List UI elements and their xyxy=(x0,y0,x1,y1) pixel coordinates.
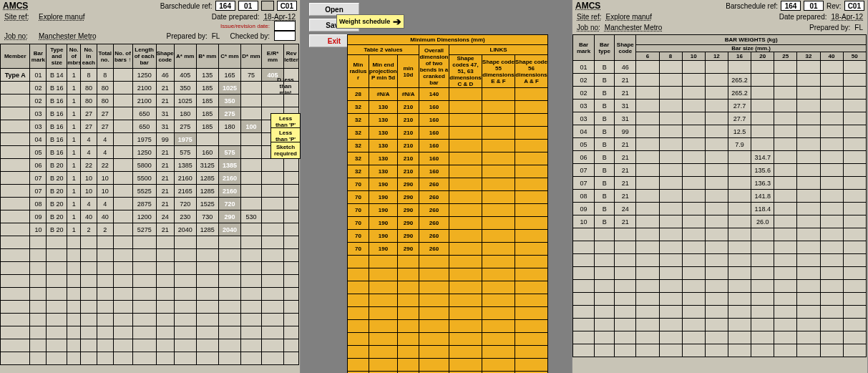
table-row[interactable] xyxy=(1,275,299,288)
table-row: 32130210160 xyxy=(348,152,548,165)
table-row[interactable]: 07B21136.3 xyxy=(573,177,867,190)
left-title: AMCS xyxy=(3,1,28,11)
min-dim-table: Minimum Dimensions (mm) Table 2 values O… xyxy=(347,34,548,373)
table-row[interactable]: 06B21314.7 xyxy=(573,151,867,164)
table-row: 70190290260 xyxy=(348,178,548,191)
table-row[interactable]: 07B21135.6 xyxy=(573,164,867,177)
table-row[interactable]: 03B3127.7 xyxy=(573,100,867,112)
table-row[interactable]: 07B 2011010550021216012852160 xyxy=(1,172,299,185)
table-row: 32130210160 xyxy=(348,165,548,178)
table-row[interactable]: 02B 16180802100211025185350 xyxy=(1,95,299,107)
table-row[interactable]: 05B217.9 xyxy=(573,138,867,151)
table-row[interactable]: 03B 161272765031275185180100 xyxy=(1,120,299,133)
table-row: 32130210160 xyxy=(348,127,548,140)
warn-dmin: D less than min! xyxy=(270,75,301,97)
table-row: 32130210160 xyxy=(348,140,548,152)
table-row[interactable] xyxy=(1,262,299,275)
table-row: 70190290260 xyxy=(348,217,548,230)
table-row[interactable] xyxy=(1,314,299,326)
table-row[interactable] xyxy=(1,249,299,262)
table-row[interactable] xyxy=(1,326,299,339)
table-row: 28#N/A#N/A140 xyxy=(348,88,548,101)
table-row[interactable]: 08B21141.8 xyxy=(573,190,867,203)
table-row[interactable]: 02B 16180802100213501851025 xyxy=(1,82,299,95)
table-row[interactable]: 09B24118.4 xyxy=(573,203,867,215)
table-row: 70190290260 xyxy=(348,191,548,204)
table-row[interactable] xyxy=(1,236,299,249)
table-row: 70190290260 xyxy=(348,243,548,256)
table-row[interactable]: 05B 16144125021575160575 xyxy=(1,146,299,159)
table-row[interactable]: 02B21265.2 xyxy=(573,74,867,87)
table-row: 70190290260 xyxy=(348,230,548,243)
table-row[interactable]: 08B 201442875217201525720 xyxy=(1,198,299,210)
table-row[interactable]: 01B46 xyxy=(573,61,867,74)
table-row[interactable] xyxy=(1,339,299,352)
right-title: AMCS xyxy=(575,1,600,11)
right-panel: AMCS Barschedule ref: 164 01 Rev: C01 Si… xyxy=(572,0,868,373)
table-row: 32130210160 xyxy=(348,101,548,114)
table-row[interactable] xyxy=(1,301,299,314)
table-row[interactable]: 09B 2014040120024230730290530 xyxy=(1,210,299,223)
bsr-1[interactable]: 164 xyxy=(215,1,235,11)
mid-panel: Open Save Exit Minimum Dimensions (mm) T… xyxy=(301,0,572,373)
table-row[interactable]: 04B 161441975991975 xyxy=(1,133,299,146)
table-row[interactable]: Type A01B 1418812504640513516575405 xyxy=(1,69,299,82)
table-row[interactable]: 03B3127.7 xyxy=(573,112,867,125)
rev-box[interactable]: C01 xyxy=(277,1,297,11)
table-row[interactable]: 06B 2012222580021138531251385 xyxy=(1,159,299,172)
weight-link[interactable]: Weight schedule xyxy=(336,14,404,29)
table-row[interactable]: 03B 161272765031180185275 xyxy=(1,107,299,120)
table-row[interactable] xyxy=(1,352,299,365)
table-row[interactable]: 10B 20122527521204012852040 xyxy=(1,223,299,236)
left-panel: AMCS Barschedule ref: 164 01 C01 Site re… xyxy=(0,0,301,373)
table-row[interactable]: 10B2126.0 xyxy=(573,215,867,228)
bsr-2[interactable]: 01 xyxy=(238,1,258,11)
table-row: 32130210160 xyxy=(348,114,548,127)
table-row[interactable]: 07B 2011010552521216512852160 xyxy=(1,185,299,198)
table-row[interactable]: 04B9912.5 xyxy=(573,125,867,138)
right-table: Bar mark Bar type Shape code BAR WEIGHTS… xyxy=(572,34,867,357)
table-row[interactable] xyxy=(1,288,299,301)
table-row: 70190290260 xyxy=(348,204,548,217)
left-table: MemberBar markType and sizeNo. of mbrsNo… xyxy=(0,44,299,365)
table-row[interactable]: 02B21265.2 xyxy=(573,87,867,100)
